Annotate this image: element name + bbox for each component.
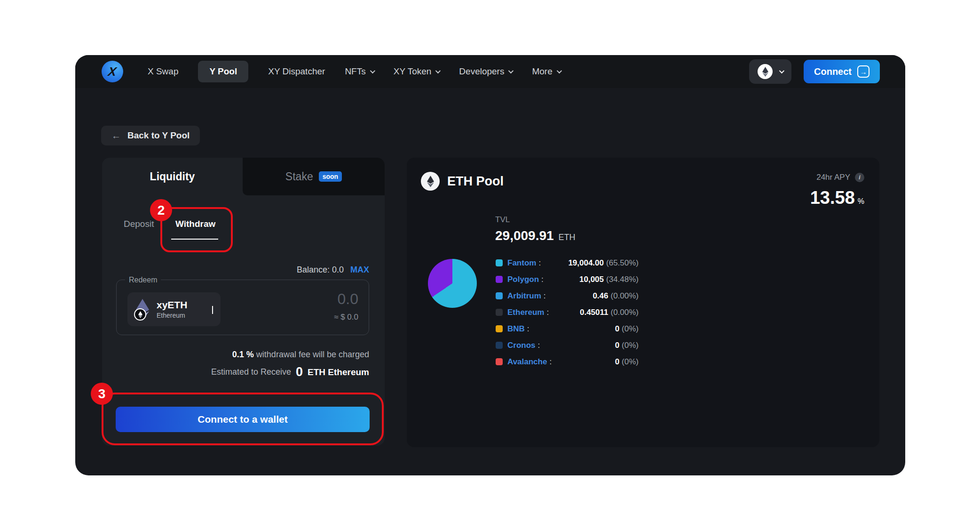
chain-color-swatch	[496, 259, 503, 266]
chain-color-swatch	[496, 276, 503, 283]
tvl-pie-chart	[428, 259, 477, 308]
balance-label: Balance: 0.0	[297, 265, 344, 275]
nav-item-nfts[interactable]: NFTs	[345, 66, 373, 77]
chain-row-polygon: Polygon : 10,005(34.48%)	[496, 271, 639, 288]
withdraw-amount-input[interactable]	[255, 290, 358, 308]
tab-stake-label: Stake	[285, 170, 313, 183]
token-texts: xyETH Ethereum	[157, 299, 187, 319]
nav-label: XY Token	[394, 66, 432, 77]
nav-menu: X Swap Y Pool XY Dispatcher NFTs XY Toke…	[148, 61, 561, 82]
chain-color-swatch	[496, 342, 503, 349]
top-nav: X X Swap Y Pool XY Dispatcher NFTs XY To…	[75, 55, 905, 88]
annotation-step-2-badge: 2	[150, 199, 172, 221]
chevron-down-icon	[779, 68, 784, 73]
chevron-down-icon	[435, 68, 441, 73]
nav-item-y-pool[interactable]: Y Pool	[198, 61, 248, 82]
token-network: Ethereum	[157, 312, 187, 319]
soon-badge: soon	[319, 171, 342, 182]
estimated-label: Estimated to Receive	[211, 367, 291, 377]
chevron-down-icon	[557, 68, 562, 73]
liquidity-panel: Liquidity Stake soon Deposit Withdraw 2 …	[102, 158, 385, 446]
nav-label: More	[532, 66, 552, 77]
network-selector[interactable]	[749, 59, 791, 84]
fee-value: 0.1 %	[232, 350, 254, 359]
nav-label: X Swap	[148, 66, 178, 77]
balance-row: Balance: 0.0 MAX	[297, 265, 369, 275]
estimated-value: 0	[296, 365, 303, 379]
xy-finance-logo-icon[interactable]: X	[102, 61, 123, 82]
nav-right-controls: Connect →	[749, 59, 880, 84]
back-to-y-pool-button[interactable]: ← Back to Y Pool	[101, 126, 200, 145]
annotation-step-3-badge: 3	[91, 383, 113, 405]
chevron-down-icon	[212, 306, 213, 313]
pool-header: ETH Pool	[421, 172, 504, 191]
nav-item-xy-dispatcher[interactable]: XY Dispatcher	[268, 66, 325, 77]
chain-legend: Fantom : 19,004.00(65.50%) Polygon : 10,…	[496, 255, 639, 370]
redeem-legend: Redeem	[125, 276, 161, 284]
nav-label: NFTs	[345, 66, 365, 77]
info-icon[interactable]: i	[855, 173, 864, 182]
chain-row-fantom: Fantom : 19,004.00(65.50%)	[496, 255, 639, 271]
chevron-down-icon	[370, 68, 375, 73]
subtab-withdraw[interactable]: Withdraw	[175, 219, 215, 229]
connect-label: Connect	[814, 66, 852, 77]
apy-value-row: 13.58 %	[810, 188, 864, 208]
tab-liquidity-label: Liquidity	[150, 170, 195, 183]
withdrawal-fee-note: 0.1 % withdrawal fee will be charged	[232, 350, 369, 360]
pool-title: ETH Pool	[447, 174, 504, 189]
tvl-row: 29,009.91 ETH	[495, 228, 576, 243]
arrow-left-icon: ←	[111, 130, 121, 141]
nav-label: Developers	[459, 66, 504, 77]
estimated-token: ETH Ethereum	[308, 367, 369, 377]
active-subtab-underline	[171, 239, 218, 240]
chevron-down-icon	[508, 68, 514, 73]
nav-label: XY Dispatcher	[268, 66, 325, 77]
nav-item-xy-token[interactable]: XY Token	[394, 66, 440, 77]
fee-text: withdrawal fee will be charged	[254, 350, 369, 359]
chain-row-bnb: BNB : 0(0%)	[496, 321, 639, 337]
amount-column: ≈ $ 0.0	[255, 290, 358, 322]
arrow-right-icon: →	[857, 65, 869, 78]
xyeth-token-icon	[135, 299, 151, 320]
tvl-label: TVL	[495, 215, 510, 225]
chain-color-swatch	[496, 309, 503, 316]
subtab-deposit[interactable]: Deposit	[124, 219, 154, 229]
apy-row: 24hr APY i	[816, 173, 864, 182]
nav-label: Y Pool	[209, 66, 237, 77]
nav-item-more[interactable]: More	[532, 66, 560, 77]
app-window: X X Swap Y Pool XY Dispatcher NFTs XY To…	[75, 55, 905, 475]
chain-color-swatch	[496, 325, 503, 332]
nav-item-developers[interactable]: Developers	[459, 66, 512, 77]
token-symbol: xyETH	[157, 299, 187, 311]
ethereum-network-icon	[758, 64, 773, 79]
connect-wallet-nav-button[interactable]: Connect →	[804, 60, 880, 83]
logo-glyph: X	[107, 64, 118, 79]
apy-value: 13.58	[810, 188, 855, 208]
redeem-fieldset: Redeem xyETH Ethere	[116, 280, 369, 335]
nav-item-x-swap[interactable]: X Swap	[148, 66, 178, 77]
chain-row-avalanche: Avalanche : 0(0%)	[496, 353, 639, 370]
tvl-unit: ETH	[559, 233, 576, 242]
apy-unit: %	[858, 197, 864, 206]
back-button-label: Back to Y Pool	[127, 130, 190, 141]
chain-row-ethereum: Ethereum : 0.45011(0.00%)	[496, 304, 639, 321]
ethereum-chain-badge-icon	[134, 308, 146, 321]
usd-approx-value: ≈ $ 0.0	[255, 313, 358, 322]
tab-stake[interactable]: Stake soon	[243, 158, 385, 195]
chain-color-swatch	[496, 292, 503, 299]
tab-liquidity[interactable]: Liquidity	[102, 158, 243, 195]
chain-color-swatch	[496, 358, 503, 365]
chain-row-arbitrum: Arbitrum : 0.46(0.00%)	[496, 288, 639, 304]
connect-to-wallet-button[interactable]: Connect to a wallet	[116, 407, 370, 432]
eth-pool-icon	[421, 172, 440, 191]
token-selector[interactable]: xyETH Ethereum	[127, 292, 221, 326]
chain-row-cronos: Cronos : 0(0%)	[496, 337, 639, 353]
apy-label: 24hr APY	[816, 173, 850, 182]
eth-pool-panel: ETH Pool 24hr APY i 13.58 % TVL 29,009.9…	[407, 158, 879, 447]
tvl-value: 29,009.91	[495, 228, 554, 243]
max-button[interactable]: MAX	[350, 265, 369, 275]
estimated-receive-row: Estimated to Receive 0 ETH Ethereum	[211, 365, 369, 379]
